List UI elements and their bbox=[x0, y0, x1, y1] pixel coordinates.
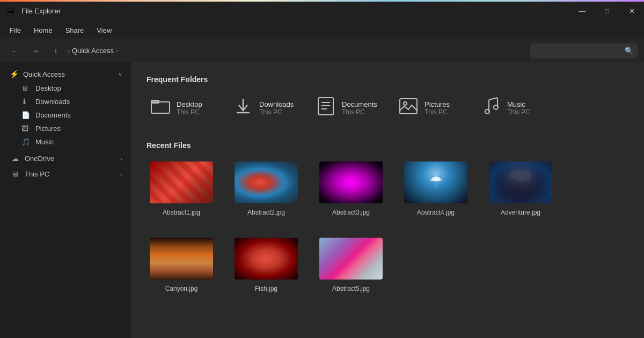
sidebar-item-pictures[interactable]: 🖼 Pictures bbox=[2, 122, 129, 135]
sidebar-onedrive-label: OneDrive bbox=[25, 155, 54, 163]
sidebar-item-downloads[interactable]: ⬇ Downloads bbox=[2, 95, 129, 108]
thumb-abstract5 bbox=[319, 238, 383, 280]
thumb-abstract4 bbox=[404, 161, 467, 203]
folder-documents-path: This PC bbox=[342, 108, 377, 116]
folder-music-info: Music This PC bbox=[507, 100, 530, 116]
search-input[interactable] bbox=[535, 47, 621, 55]
sidebar: ⚡ Quick Access ∨ 🖥 Desktop ⬇ Downloads 📄… bbox=[0, 62, 131, 338]
folder-pictures[interactable]: Pictures This PC bbox=[394, 92, 464, 124]
folder-desktop[interactable]: Desktop This PC bbox=[147, 92, 216, 124]
folder-pictures-name: Pictures bbox=[425, 100, 450, 108]
file-canyon-name: Canyon.jpg bbox=[165, 285, 198, 292]
music-icon: 🎵 bbox=[21, 138, 30, 146]
folder-music-icon bbox=[481, 97, 501, 120]
folder-documents[interactable]: Documents This PC bbox=[312, 92, 382, 124]
breadcrumb-text[interactable]: Quick Access bbox=[72, 47, 114, 55]
thumb-fish bbox=[235, 238, 298, 280]
file-abstract4-name: Abstract4.jpg bbox=[417, 209, 455, 216]
folder-music-name: Music bbox=[507, 100, 530, 108]
folder-documents-info: Documents This PC bbox=[342, 100, 377, 116]
onedrive-chevron: › bbox=[120, 156, 122, 162]
breadcrumb-chevron: › bbox=[68, 47, 70, 55]
quick-access-chevron: ∨ bbox=[118, 71, 122, 78]
sidebar-documents-label: Documents bbox=[35, 111, 71, 119]
sidebar-desktop-label: Desktop bbox=[35, 84, 61, 92]
app-icon: 🗂 bbox=[6, 5, 17, 16]
folder-documents-icon bbox=[316, 97, 335, 120]
breadcrumb-arrow: › bbox=[116, 48, 118, 54]
file-abstract4[interactable]: Abstract4.jpg bbox=[401, 158, 471, 219]
folder-music[interactable]: Music This PC bbox=[477, 92, 547, 124]
app-title: File Explorer bbox=[21, 7, 61, 15]
folder-desktop-info: Desktop This PC bbox=[177, 100, 202, 116]
menu-view[interactable]: View bbox=[91, 24, 117, 36]
sidebar-quick-access-header[interactable]: ⚡ Quick Access ∨ bbox=[2, 67, 129, 82]
folder-music-path: This PC bbox=[507, 108, 530, 116]
file-abstract2[interactable]: Abstract2.jpg bbox=[231, 158, 301, 219]
title-bar-left: 🗂 File Explorer bbox=[6, 5, 61, 16]
menu-home[interactable]: Home bbox=[28, 24, 58, 36]
sidebar-thispc-left: 🖥 This PC bbox=[12, 170, 49, 178]
file-fish[interactable]: Fish.jpg bbox=[231, 234, 301, 296]
downloads-icon: ⬇ bbox=[21, 98, 30, 106]
file-abstract2-name: Abstract2.jpg bbox=[247, 209, 285, 216]
folder-pictures-path: This PC bbox=[425, 108, 450, 116]
sidebar-item-music[interactable]: 🎵 Music bbox=[2, 135, 129, 149]
up-button[interactable]: ↑ bbox=[47, 42, 64, 60]
sidebar-downloads-label: Downloads bbox=[35, 98, 70, 106]
file-abstract5-name: Abstract5.jpg bbox=[332, 285, 370, 292]
svg-line-10 bbox=[489, 98, 497, 100]
pictures-icon: 🖼 bbox=[21, 124, 30, 133]
thumb-abstract1 bbox=[150, 161, 213, 203]
minimize-button[interactable]: — bbox=[570, 0, 595, 21]
file-abstract3-name: Abstract3.jpg bbox=[332, 209, 370, 216]
svg-rect-8 bbox=[400, 99, 417, 114]
search-icon[interactable]: 🔍 bbox=[625, 47, 633, 55]
sidebar-item-desktop[interactable]: 🖥 Desktop bbox=[2, 82, 129, 95]
thumb-abstract2 bbox=[235, 161, 298, 203]
file-adventure[interactable]: Adventure.jpg bbox=[486, 158, 555, 219]
menu-file[interactable]: File bbox=[4, 24, 26, 36]
recent-files-title: Recent Files bbox=[147, 141, 629, 150]
close-button[interactable]: ✕ bbox=[619, 0, 644, 21]
sidebar-quick-access-label: Quick Access bbox=[23, 70, 65, 78]
forward-button[interactable]: → bbox=[27, 42, 44, 60]
file-abstract5[interactable]: Abstract5.jpg bbox=[316, 234, 386, 296]
sidebar-this-pc[interactable]: 🖥 This PC › bbox=[2, 166, 129, 182]
maximize-button[interactable]: □ bbox=[595, 0, 619, 21]
content-area: Frequent Folders Desktop This PC bbox=[131, 62, 644, 338]
file-abstract1[interactable]: Abstract1.jpg bbox=[147, 158, 216, 219]
toolbar: ← → ↑ › Quick Access › 🔍 bbox=[0, 39, 644, 62]
this-pc-chevron: › bbox=[120, 171, 122, 178]
folder-desktop-name: Desktop bbox=[177, 100, 202, 108]
sidebar-section-quick-access: ⚡ Quick Access ∨ 🖥 Desktop ⬇ Downloads 📄… bbox=[0, 67, 131, 149]
file-abstract3[interactable]: Abstract3.jpg bbox=[316, 158, 386, 219]
quick-access-icon: ⚡ bbox=[10, 70, 19, 78]
thumb-adventure bbox=[489, 161, 552, 203]
file-canyon[interactable]: Canyon.jpg bbox=[147, 234, 216, 296]
menu-share[interactable]: Share bbox=[60, 24, 90, 36]
title-bar: 🗂 File Explorer — □ ✕ bbox=[0, 0, 644, 21]
search-box[interactable]: 🔍 bbox=[530, 43, 638, 58]
back-button[interactable]: ← bbox=[6, 42, 24, 60]
folder-desktop-icon bbox=[151, 99, 170, 117]
folder-pictures-info: Pictures This PC bbox=[425, 100, 450, 116]
desktop-icon: 🖥 bbox=[21, 84, 30, 92]
sidebar-onedrive[interactable]: ☁ OneDrive › bbox=[2, 151, 129, 166]
folder-downloads-icon bbox=[233, 97, 253, 120]
this-pc-icon: 🖥 bbox=[12, 170, 20, 178]
sidebar-music-label: Music bbox=[35, 138, 54, 146]
folder-desktop-path: This PC bbox=[177, 108, 202, 116]
sidebar-pictures-label: Pictures bbox=[35, 124, 61, 133]
folder-downloads-name: Downloads bbox=[259, 100, 294, 108]
file-fish-name: Fish.jpg bbox=[255, 285, 277, 292]
sidebar-thispc-label: This PC bbox=[25, 170, 49, 178]
breadcrumb: › Quick Access › bbox=[68, 47, 527, 55]
folder-downloads-info: Downloads This PC bbox=[259, 100, 294, 116]
sidebar-item-documents[interactable]: 📄 Documents bbox=[2, 108, 129, 122]
sidebar-onedrive-left: ☁ OneDrive bbox=[12, 155, 54, 163]
folder-downloads[interactable]: Downloads This PC bbox=[229, 92, 299, 124]
folders-grid: Desktop This PC Downloads This PC bbox=[147, 92, 629, 124]
folder-downloads-path: This PC bbox=[259, 108, 294, 116]
svg-rect-0 bbox=[151, 102, 170, 113]
